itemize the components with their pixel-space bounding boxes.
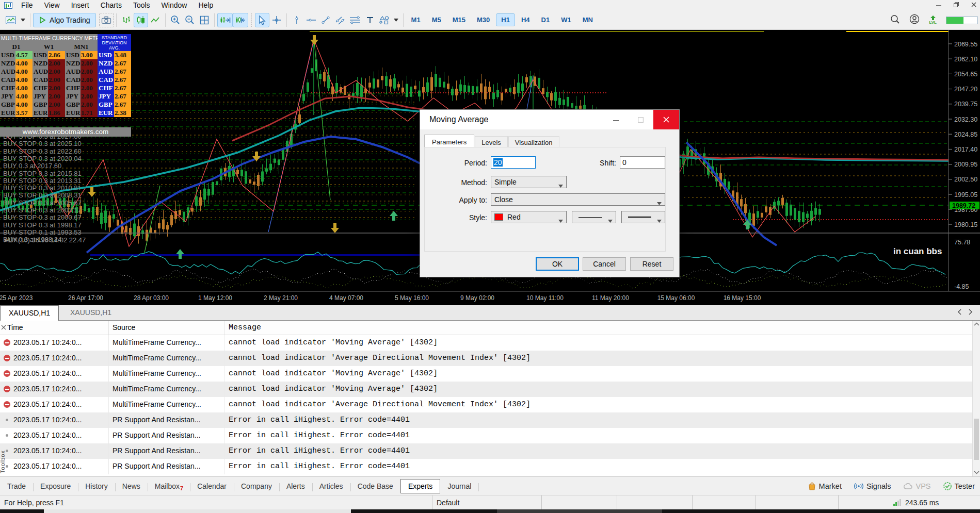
chart-tab-1[interactable]: XAUUSD,H1 [62,305,120,321]
shapes-dropdown[interactable] [392,13,400,27]
dialog-titlebar[interactable]: Moving Average [420,110,679,129]
toolbox-tab-company[interactable]: Company [234,479,279,493]
reset-button[interactable]: Reset [630,257,673,271]
bar-chart-mode-button[interactable] [119,13,134,27]
toolbox-tab-trade[interactable]: Trade [0,479,33,493]
line-chart-mode-button[interactable] [148,13,163,27]
auto-scroll-button[interactable] [233,13,248,27]
cancel-button[interactable]: Cancel [583,257,626,271]
signals-icon [854,483,863,490]
toolbox-tab-history[interactable]: History [78,479,115,493]
timeframe-m1-button[interactable]: M1 [406,13,426,26]
horizontal-line-tool-button[interactable] [304,13,318,27]
tile-windows-button[interactable] [197,13,212,27]
dialog-close-button[interactable] [653,110,679,129]
text-tool-button[interactable] [363,13,377,27]
trendline-tool-button[interactable] [318,13,333,27]
scroll-up-icon[interactable] [973,321,980,328]
style-color-select[interactable]: Red [491,211,567,223]
method-select[interactable]: Simple [491,176,567,188]
shift-input[interactable]: 0 [620,156,665,169]
cursor-tool-button[interactable] [255,13,269,27]
new-chart-button[interactable] [3,13,19,27]
log-row[interactable]: 2023.05.17 10:24:0...MultiTimeFrame Curr… [0,397,972,412]
log-row[interactable]: 2023.05.17 10:24:0...MultiTimeFrame Curr… [0,351,972,366]
menu-tools[interactable]: Tools [127,1,156,10]
menu-view[interactable]: View [39,1,66,10]
shift-label: Shift: [575,157,616,169]
error-icon [4,339,10,346]
toolbox-tab-experts[interactable]: Experts [400,479,440,493]
window-minimize-button[interactable] [936,1,942,9]
toolbox-tab-code-base[interactable]: Code Base [350,479,400,493]
menu-insert[interactable]: Insert [66,1,95,10]
timeframe-h4-button[interactable]: H4 [516,13,535,26]
level-icon[interactable]: LVL [929,15,937,25]
log-row[interactable]: 2023.05.17 10:24:0...PR Support And Resi… [0,412,972,428]
log-column-time[interactable]: Time [0,321,109,335]
toolbox-tab-articles[interactable]: Articles [312,479,350,493]
line-width-select[interactable] [621,211,665,223]
ok-button[interactable]: OK [536,257,579,271]
timeframe-h1-button[interactable]: H1 [496,13,515,26]
scroll-down-icon[interactable] [973,469,980,476]
timeframe-w1-button[interactable]: W1 [556,13,576,26]
menu-help[interactable]: Help [192,1,219,10]
shift-end-button[interactable] [217,13,233,27]
chart-tab-0[interactable]: XAUUSD,H1 [0,305,59,321]
screenshot-button[interactable] [99,13,114,27]
zoom-in-button[interactable] [168,13,183,27]
scrollbar-thumb[interactable] [974,419,979,460]
new-chart-dropdown[interactable] [19,13,27,27]
log-row[interactable]: 2023.05.17 10:24:0...MultiTimeFrame Curr… [0,382,972,397]
profile-icon[interactable] [909,14,920,26]
log-row[interactable]: 2023.05.17 10:24:0...PR Support And Resi… [0,443,972,459]
chart-area[interactable]: ADX(10) 36.98 14.02 22.472069.552062.102… [0,30,980,305]
dialog-minimize-button[interactable] [604,110,628,129]
log-column-source[interactable]: Source [109,321,224,335]
timeframe-d1-button[interactable]: D1 [536,13,555,26]
menu-file[interactable]: File [15,1,39,10]
apply-to-select[interactable]: Close [491,193,665,206]
chart-tabs-scroll-left-icon[interactable] [957,309,961,317]
toolbox-tab-alerts[interactable]: Alerts [279,479,312,493]
toolbox-tab-calendar[interactable]: Calendar [190,479,234,493]
window-close-button[interactable] [971,1,977,9]
status-latency[interactable]: 243.65 ms [839,495,980,509]
timeframe-m30-button[interactable]: M30 [472,13,495,26]
toolbox-close-icon[interactable] [1,323,7,329]
shapes-tool-button[interactable] [377,13,392,27]
fibonacci-tool-button[interactable] [347,13,363,27]
timeframe-m5-button[interactable]: M5 [427,13,446,26]
algo-trading-button[interactable]: Algo Trading [33,13,96,27]
signals-item[interactable]: Signals [854,482,891,490]
menu-charts[interactable]: Charts [95,1,127,10]
menu-window[interactable]: Window [156,1,193,10]
log-row[interactable]: 2023.05.17 10:24:0...PR Support And Resi… [0,459,972,474]
timeframe-mn-button[interactable]: MN [577,13,598,26]
dialog-maximize-button[interactable] [629,110,652,129]
vertical-line-tool-button[interactable] [290,13,304,27]
search-icon[interactable] [890,14,900,26]
window-restore-button[interactable] [953,1,959,9]
chart-tabs-scroll-right-icon[interactable] [969,309,973,317]
log-row[interactable]: 2023.05.17 10:24:0...MultiTimeFrame Curr… [0,366,972,382]
timeframe-m15-button[interactable]: M15 [447,13,471,26]
toolbox-tab-journal[interactable]: Journal [440,479,478,493]
crosshair-tool-button[interactable] [269,13,284,27]
toolbox-scrollbar[interactable] [972,321,980,476]
log-row[interactable]: 2023.05.17 10:24:0...PR Support And Resi… [0,428,972,443]
toolbox-tab-mailbox[interactable]: Mailbox7 [148,479,190,493]
vps-item[interactable]: VPS [903,482,930,490]
tester-item[interactable]: Tester [943,482,975,490]
log-column-message[interactable]: Message [224,321,972,335]
toolbox-tab-news[interactable]: News [115,479,148,493]
zoom-out-button[interactable] [183,13,197,27]
period-input[interactable]: 20 [491,156,536,169]
toolbox-tab-exposure[interactable]: Exposure [33,479,78,493]
market-item[interactable]: Market [808,482,842,490]
log-row[interactable]: 2023.05.17 10:24:0...MultiTimeFrame Curr… [0,335,972,351]
channel-tool-button[interactable] [333,13,347,27]
line-style-select[interactable] [572,211,616,223]
candlestick-mode-button[interactable] [134,13,148,27]
